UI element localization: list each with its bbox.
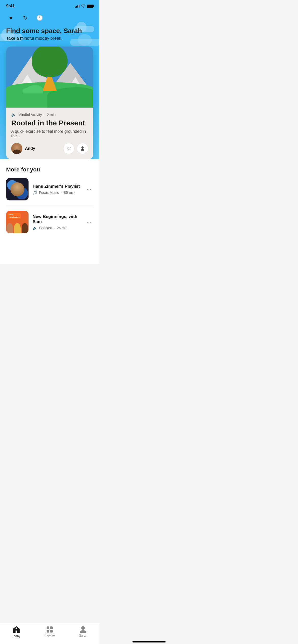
wifi-icon [81, 5, 85, 8]
dear-meta-icon: 🔈 [33, 226, 37, 230]
card-author: Andy [11, 143, 35, 154]
card-footer: Andy ♡ [11, 143, 88, 154]
share-icon [80, 146, 85, 151]
dear-meta: 🔈 Podcast · 26 min [33, 226, 80, 230]
action-icons-row: ♥ ↻ 🕐 [6, 13, 93, 23]
card-content: 🔈 Mindful Activity · 2 min Rooted in the… [6, 108, 93, 159]
status-time: 9:41 [6, 4, 15, 9]
refresh-icon[interactable]: ↻ [20, 13, 30, 23]
dear-more-button[interactable]: ··· [85, 217, 93, 227]
bush [26, 85, 43, 93]
featured-card[interactable]: 🔈 Mindful Activity · 2 min Rooted in the… [6, 47, 93, 159]
card-meta: 🔈 Mindful Activity · 2 min [11, 112, 88, 117]
dear-face-2 [14, 223, 20, 233]
main-content: More for you Hans Zimmer's Playlist 🎵 Fo… [0, 159, 99, 264]
dear-face-3 [22, 223, 28, 233]
author-name: Andy [25, 146, 35, 151]
list-item-dear[interactable]: DearHeadspace New Beginnings, with Sam 🔈… [6, 211, 93, 238]
more-section-title: More for you [6, 166, 93, 173]
battery-icon [87, 5, 93, 8]
dear-headspace-label: DearHeadspace [8, 213, 21, 219]
share-button[interactable] [77, 143, 88, 154]
hans-thumbnail [6, 178, 29, 200]
clock-icon[interactable]: 🕐 [35, 13, 44, 23]
hero-section: ♥ ↻ 🕐 Find some space, Sarah Take a mind… [0, 11, 99, 159]
speaker-meta-icon: 🔈 [11, 112, 16, 117]
card-actions: ♡ [63, 143, 88, 154]
greeting-subtitle: Take a mindful midday break. [6, 36, 93, 41]
status-icons [75, 5, 93, 8]
list-item[interactable]: Hans Zimmer's Playlist 🎵 Focus Music · 8… [6, 178, 93, 206]
hans-meta-icon: 🎵 [33, 190, 37, 195]
dear-faces [6, 223, 29, 233]
hans-info: Hans Zimmer's Playlist 🎵 Focus Music · 8… [33, 184, 80, 195]
favorite-icon[interactable]: ♥ [6, 13, 16, 23]
dear-thumbnail: DearHeadspace [6, 211, 29, 233]
hans-meta-text: Focus Music · 85 min [39, 191, 75, 195]
hans-title: Hans Zimmer's Playlist [33, 184, 80, 189]
card-title: Rooted in the Present [11, 119, 88, 127]
greeting-title: Find some space, Sarah [6, 27, 93, 35]
card-description: A quick exercise to feel more grounded i… [11, 129, 88, 138]
dear-title: New Beginnings, with Sam [33, 214, 80, 224]
card-illustration [6, 47, 93, 108]
status-bar: 9:41 [0, 0, 99, 11]
dear-thumb-bg: DearHeadspace [6, 211, 29, 233]
hans-face [10, 182, 24, 196]
author-face [11, 143, 22, 154]
hans-meta: 🎵 Focus Music · 85 min [33, 190, 80, 195]
hans-more-button[interactable]: ··· [85, 184, 93, 195]
dear-meta-text: Podcast · 26 min [39, 226, 67, 230]
dear-info: New Beginnings, with Sam 🔈 Podcast · 26 … [33, 214, 80, 230]
tree-foliage [32, 47, 67, 77]
author-avatar [11, 143, 22, 154]
like-button[interactable]: ♡ [63, 143, 74, 154]
card-meta-text: Mindful Activity · 2 min [18, 113, 56, 117]
signal-bars-icon [75, 5, 79, 8]
hans-thumb-bg [6, 178, 29, 200]
dear-face-1 [7, 223, 13, 233]
